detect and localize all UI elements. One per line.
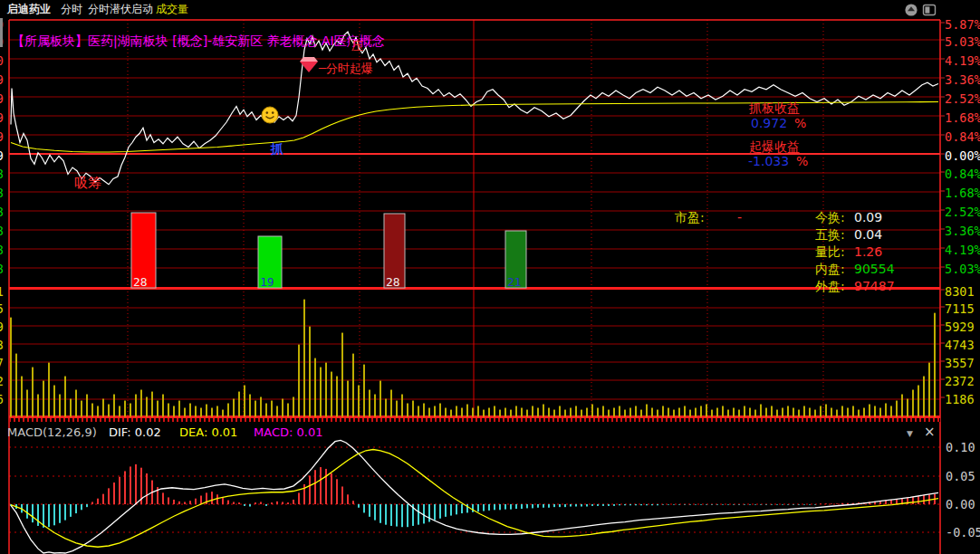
volume-bar [765, 408, 767, 417]
volume-bar [151, 392, 153, 417]
volume-bar [477, 406, 479, 416]
macd-histogram-bar [325, 469, 327, 504]
volume-bar [619, 406, 620, 416]
macd-histogram-bar [662, 504, 664, 505]
macd-histogram-bar [488, 504, 490, 511]
macd-histogram-bar [211, 492, 213, 504]
volume-bar [255, 401, 256, 417]
macd-histogram-bar [331, 473, 332, 504]
macd-histogram-bar [102, 494, 104, 504]
volume-bar [358, 386, 360, 417]
left-axis-fragment: 9 [0, 72, 4, 87]
macd-histogram-bar [651, 504, 653, 505]
close-panel-icon[interactable]: × [924, 424, 936, 440]
volume-bar [532, 406, 533, 416]
volume-bar [374, 395, 376, 417]
macd-histogram-bar [265, 504, 267, 506]
grab-gain-unit: % [794, 116, 806, 130]
macd-histogram-bar [369, 504, 370, 517]
volume-bar [727, 410, 729, 417]
volume-axis-label: 1186 [945, 392, 975, 406]
volume-bar [298, 345, 300, 417]
volume-bar [336, 377, 338, 417]
volume-bar [586, 408, 588, 417]
percent-axis-label: 5.03% [945, 262, 980, 276]
macd-histogram-bar [407, 504, 408, 527]
macd-histogram-bar [168, 497, 169, 504]
volume-bar [130, 404, 131, 417]
volume-bar [423, 404, 425, 417]
volume-bar [15, 354, 17, 417]
macd-histogram-bar [711, 504, 713, 505]
macd-histogram-bar [586, 504, 588, 507]
macd-axis-label: 0.05 [946, 469, 975, 483]
volume-bar [195, 406, 197, 416]
left-axis-fragment: 8 [0, 243, 4, 257]
volume-bar [646, 405, 648, 417]
volume-bar [282, 399, 283, 417]
volume-bar [629, 408, 631, 417]
tab-strategy[interactable]: 分时潜伏启动 [88, 2, 153, 17]
panel-divider [9, 418, 940, 422]
volume-bar [657, 410, 658, 417]
volume-bar [581, 410, 582, 417]
macd-histogram-bar [450, 504, 452, 516]
volume-bar [662, 406, 664, 416]
macd-histogram-bar [200, 496, 202, 504]
volume-bar [836, 410, 838, 417]
macd-histogram-bar [787, 504, 789, 505]
volume-bar [798, 410, 800, 417]
volume-bar [624, 410, 626, 417]
macd-histogram-bar [173, 500, 175, 504]
volume-bar [26, 390, 28, 417]
volume-bar [515, 406, 517, 416]
percent-axis-label: 5.03% [945, 34, 980, 49]
ignite-annotation: ─分时起爆 [319, 61, 373, 77]
tab-minute-chart[interactable]: 分时 [61, 2, 82, 17]
signal-bar-label: 19 [260, 275, 274, 289]
volume-axis-label: 4743 [945, 338, 975, 352]
macd-histogram-bar [831, 503, 832, 504]
volume-bar [820, 406, 821, 416]
macd-histogram-bar [86, 504, 88, 507]
volume-bar [265, 404, 267, 417]
volume-bar [673, 410, 675, 417]
collapse-panel-icon[interactable]: ▼ [907, 429, 913, 438]
macd-histogram-bar [918, 496, 919, 504]
volume-bar [325, 363, 327, 417]
macd-histogram-bar [456, 504, 457, 514]
macd-histogram-bar [526, 504, 528, 508]
volume-bar [260, 396, 262, 416]
macd-histogram-bar [434, 504, 436, 521]
macd-histogram-bar [260, 501, 262, 504]
macd-histogram-bar [640, 504, 642, 505]
volume-bar [760, 405, 762, 417]
percent-axis-label: 5.87% [945, 17, 980, 32]
volume-bar [771, 406, 773, 416]
volume-bar [178, 401, 180, 417]
macd-histogram-bar [97, 499, 99, 504]
panel-toggle-icon[interactable] [922, 3, 937, 17]
tab-volume[interactable]: 成交量 [156, 2, 188, 17]
macd-histogram-bar [445, 504, 447, 517]
macd-histogram-bar [396, 504, 398, 527]
volume-bar [749, 408, 751, 417]
left-axis-fragment: 6 [0, 392, 4, 406]
left-axis-fragment: 9 [0, 110, 4, 125]
volume-bar [184, 408, 186, 417]
macd-histogram-bar [119, 477, 120, 504]
macd-histogram-bar [738, 504, 740, 505]
volume-bar [825, 405, 827, 417]
left-axis-fragment: 8 [0, 224, 4, 238]
macd-histogram-bar [809, 504, 811, 505]
volume-bar [918, 386, 919, 417]
volume-bar [249, 395, 251, 417]
scroll-top-icon[interactable] [904, 3, 918, 17]
volume-bar [428, 408, 430, 417]
volume-bar [390, 390, 392, 417]
volume-bar [37, 395, 39, 417]
volume-bar [472, 408, 474, 417]
volume-bar [863, 408, 865, 417]
volume-bar [227, 404, 229, 417]
macd-histogram-bar [624, 504, 626, 505]
